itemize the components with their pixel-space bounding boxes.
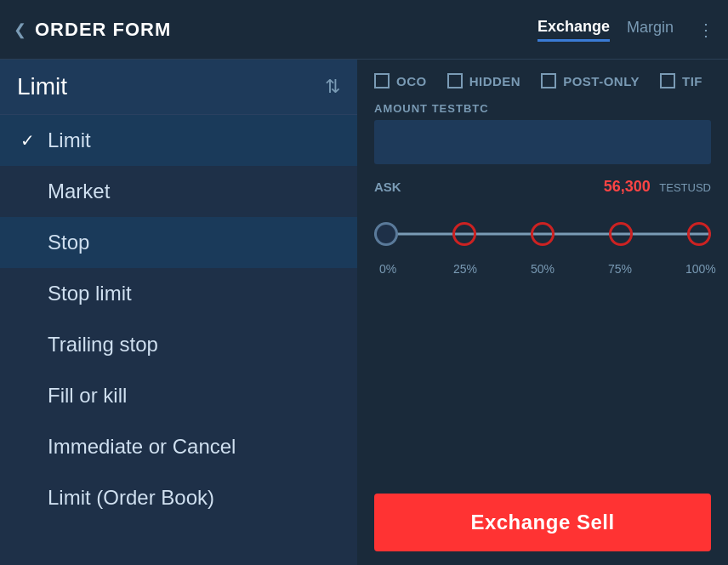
dropdown-item-limit-order-book[interactable]: Limit (Order Book) bbox=[0, 472, 357, 523]
header-tabs: Exchange Margin ⋮ bbox=[537, 18, 714, 42]
dropdown-item-immediate-cancel[interactable]: Immediate or Cancel bbox=[0, 421, 357, 472]
dropdown-item-trailing-stop[interactable]: Trailing stop bbox=[0, 319, 357, 370]
dropdown-item-label: Stop bbox=[48, 231, 89, 254]
dropdown-item-market[interactable]: Market bbox=[0, 166, 357, 217]
checkmark-icon: ✓ bbox=[20, 130, 37, 151]
slider-dots-row bbox=[374, 222, 711, 246]
amount-label: AMOUNT TESTBTC bbox=[374, 102, 711, 115]
main-content: Limit ⇅ ✓ Limit Market Stop bbox=[0, 60, 728, 565]
ask-currency: TESTUSD bbox=[659, 181, 711, 194]
order-type-label: Limit bbox=[17, 73, 67, 100]
checkbox-post-only[interactable]: POST-ONLY bbox=[541, 73, 640, 88]
left-panel: Limit ⇅ ✓ Limit Market Stop bbox=[0, 60, 357, 565]
dropdown-item-label: Immediate or Cancel bbox=[48, 435, 236, 459]
hidden-label: HIDDEN bbox=[469, 74, 521, 88]
post-only-checkbox[interactable] bbox=[541, 73, 556, 88]
percentage-slider-group: 0% 25% 50% 75% 100% bbox=[374, 206, 711, 276]
slider-dot-50[interactable] bbox=[531, 222, 555, 246]
header-left: ❮ ORDER FORM bbox=[14, 19, 171, 41]
dropdown-item-label: Fill or kill bbox=[48, 384, 127, 408]
ask-row: ASK 56,300 TESTUSD bbox=[374, 178, 711, 196]
pct-50: 50% bbox=[531, 262, 555, 276]
hidden-checkbox[interactable] bbox=[447, 73, 463, 88]
tab-margin[interactable]: Margin bbox=[627, 19, 674, 40]
slider-dot-75[interactable] bbox=[609, 222, 633, 246]
chevron-icon[interactable]: ❮ bbox=[14, 20, 26, 39]
tif-checkbox[interactable] bbox=[660, 73, 675, 88]
post-only-label: POST-ONLY bbox=[563, 74, 640, 88]
header: ❮ ORDER FORM Exchange Margin ⋮ bbox=[0, 0, 728, 60]
dropdown-item-label: Limit bbox=[48, 128, 91, 152]
dropdown-item-limit[interactable]: ✓ Limit bbox=[0, 115, 357, 166]
ask-price: 56,300 bbox=[604, 178, 651, 195]
dropdown-item-label: Market bbox=[48, 180, 110, 203]
pct-0: 0% bbox=[376, 262, 400, 276]
checkbox-row: OCO HIDDEN POST-ONLY TIF bbox=[374, 73, 711, 88]
order-type-selector[interactable]: Limit ⇅ bbox=[0, 60, 357, 115]
amount-input[interactable] bbox=[374, 120, 711, 164]
slider-percent-labels: 0% 25% 50% 75% 100% bbox=[374, 262, 711, 276]
main-container: ❮ ORDER FORM Exchange Margin ⋮ Limit ⇅ ✓… bbox=[0, 0, 728, 565]
dropdown-item-fill-or-kill[interactable]: Fill or kill bbox=[0, 370, 357, 421]
tif-label: TIF bbox=[682, 74, 702, 88]
dropdown-item-label: Limit (Order Book) bbox=[48, 486, 214, 510]
dropdown-item-label: Trailing stop bbox=[48, 333, 158, 357]
dropdown-item-stop[interactable]: Stop bbox=[0, 217, 357, 268]
slider-dot-0[interactable] bbox=[374, 222, 398, 246]
dropdown-item-stop-limit[interactable]: Stop limit bbox=[0, 268, 357, 319]
exchange-sell-button[interactable]: Exchange Sell bbox=[374, 494, 711, 551]
pct-75: 75% bbox=[608, 262, 632, 276]
oco-label: OCO bbox=[396, 74, 427, 88]
checkbox-hidden[interactable]: HIDDEN bbox=[447, 73, 521, 88]
slider-dot-100[interactable] bbox=[687, 222, 711, 246]
checkbox-tif[interactable]: TIF bbox=[660, 73, 702, 88]
amount-field-group: AMOUNT TESTBTC bbox=[374, 102, 711, 164]
pct-100: 100% bbox=[685, 262, 709, 276]
oco-checkbox[interactable] bbox=[374, 73, 390, 88]
dropdown-menu: ✓ Limit Market Stop Stop limit bbox=[0, 115, 357, 523]
more-options-icon[interactable]: ⋮ bbox=[697, 20, 714, 40]
page-title: ORDER FORM bbox=[35, 19, 171, 41]
selector-arrows-icon: ⇅ bbox=[325, 76, 340, 98]
dropdown-item-label: Stop limit bbox=[48, 282, 132, 305]
slider-dot-25[interactable] bbox=[452, 222, 476, 246]
ask-value-group: 56,300 TESTUSD bbox=[604, 178, 711, 196]
slider-wrapper bbox=[374, 213, 711, 255]
checkbox-oco[interactable]: OCO bbox=[374, 73, 427, 88]
ask-label: ASK bbox=[374, 180, 401, 194]
tab-exchange[interactable]: Exchange bbox=[537, 18, 610, 42]
pct-25: 25% bbox=[453, 262, 477, 276]
right-panel: OCO HIDDEN POST-ONLY TIF AMOUNT TESTBTC bbox=[357, 60, 728, 565]
